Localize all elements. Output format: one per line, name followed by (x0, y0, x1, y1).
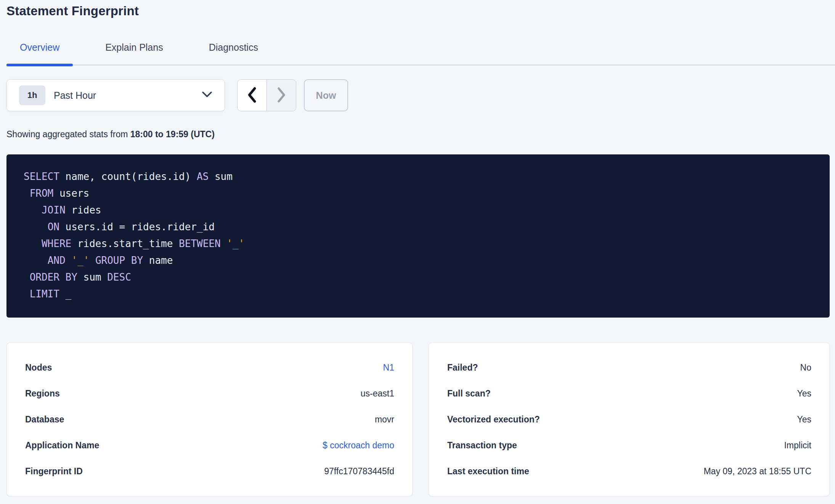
last-execution-time-value: May 09, 2023 at 18:55 UTC (703, 466, 811, 477)
aggregated-stats-line: Showing aggregated stats from 18:00 to 1… (6, 129, 830, 140)
full-scan-value: Yes (797, 388, 811, 399)
execution-attributes-card: Failed? No Full scan? Yes Vectorized exe… (429, 342, 830, 496)
application-name-label: Application Name (25, 440, 99, 451)
tab-diagnostics-label: Diagnostics (209, 42, 258, 53)
stats-line-prefix: Showing aggregated stats from (6, 129, 130, 139)
nodes-link[interactable]: N1 (383, 363, 394, 373)
application-name-link[interactable]: $ cockroach demo (323, 440, 394, 451)
next-time-interval-button[interactable] (267, 80, 296, 111)
failed-value: No (800, 363, 811, 373)
tab-explain-plans[interactable]: Explain Plans (92, 29, 176, 64)
database-label: Database (25, 414, 64, 425)
sql-line: JOIN rides (24, 202, 814, 218)
sql-line: FROM users (24, 185, 814, 202)
sql-line: ON users.id = rides.rider_id (24, 218, 814, 235)
sql-statement-box: SELECT name, count(rides.id) AS sum FROM… (6, 154, 830, 318)
time-range-dropdown[interactable]: 1h Past Hour (6, 79, 225, 111)
time-range-label: Past Hour (54, 90, 96, 101)
sql-line: LIMIT _ (24, 286, 814, 302)
tab-overview-label: Overview (20, 42, 59, 53)
detail-cards: Nodes N1 Regions us-east1 Database movr … (6, 342, 830, 496)
detail-row-application-name: Application Name $ cockroach demo (25, 432, 394, 458)
regions-label: Regions (25, 388, 60, 399)
tab-overview[interactable]: Overview (6, 29, 73, 64)
regions-value: us-east1 (361, 388, 394, 399)
failed-label: Failed? (447, 363, 478, 373)
detail-row-database: Database movr (25, 406, 394, 432)
detail-row-transaction-type: Transaction type Implicit (447, 432, 811, 458)
detail-row-last-execution-time: Last execution time May 09, 2023 at 18:5… (447, 458, 811, 484)
fingerprint-id-label: Fingerprint ID (25, 466, 83, 477)
statement-fingerprint-page: Statement Fingerprint Overview Explain P… (0, 0, 835, 496)
now-button[interactable]: Now (304, 79, 348, 111)
full-scan-label: Full scan? (447, 388, 491, 399)
sql-line: ORDER BY sum DESC (24, 269, 814, 286)
active-tab-indicator (6, 64, 73, 66)
chevron-down-icon (201, 90, 213, 100)
sql-line: WHERE rides.start_time BETWEEN '_' (24, 235, 814, 252)
sql-line: SELECT name, count(rides.id) AS sum (24, 168, 814, 185)
database-value: movr (375, 414, 394, 425)
detail-row-failed: Failed? No (447, 355, 811, 380)
previous-time-interval-button[interactable] (238, 80, 267, 111)
chevron-left-icon (247, 87, 257, 104)
transaction-type-label: Transaction type (447, 440, 517, 451)
time-controls: 1h Past Hour (6, 79, 830, 111)
time-step-buttons (237, 79, 296, 111)
detail-row-nodes: Nodes N1 (25, 355, 394, 380)
chevron-right-icon (276, 87, 287, 104)
last-execution-time-label: Last execution time (447, 466, 529, 477)
sql-line: AND '_' GROUP BY name (24, 252, 814, 269)
time-range-badge: 1h (19, 85, 45, 105)
detail-row-vectorized: Vectorized execution? Yes (447, 406, 811, 432)
nodes-label: Nodes (25, 363, 52, 373)
stats-line-range: 18:00 to 19:59 (UTC) (130, 129, 215, 139)
tab-bar: Overview Explain Plans Diagnostics (6, 29, 835, 66)
tab-diagnostics[interactable]: Diagnostics (196, 29, 271, 64)
detail-row-full-scan: Full scan? Yes (447, 380, 811, 406)
vectorized-label: Vectorized execution? (447, 414, 540, 425)
tab-explain-plans-label: Explain Plans (105, 42, 163, 53)
fingerprint-id-value: 97ffc170783445fd (324, 466, 394, 477)
detail-row-regions: Regions us-east1 (25, 380, 394, 406)
detail-row-fingerprint-id: Fingerprint ID 97ffc170783445fd (25, 458, 394, 484)
statement-details-card: Nodes N1 Regions us-east1 Database movr … (6, 342, 413, 496)
vectorized-value: Yes (797, 414, 811, 425)
page-title: Statement Fingerprint (6, 3, 830, 19)
transaction-type-value: Implicit (784, 440, 811, 451)
